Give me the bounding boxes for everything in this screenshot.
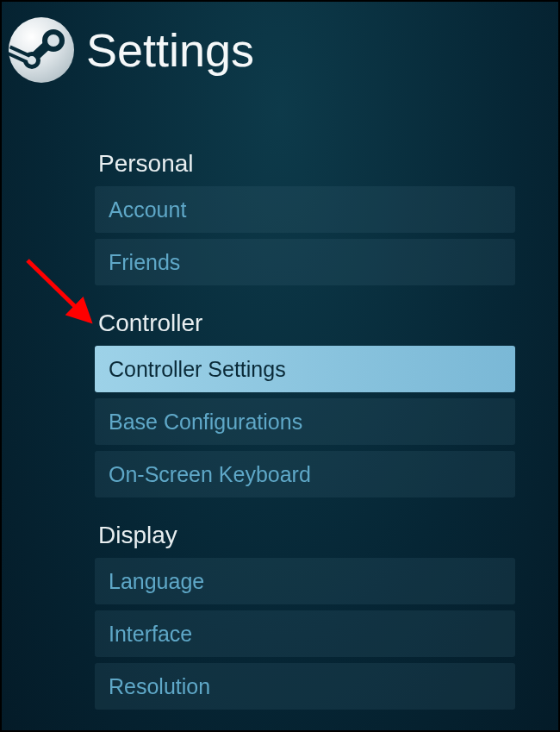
- svg-point-1: [47, 34, 59, 47]
- nav-item-base-configurations[interactable]: Base Configurations: [95, 398, 515, 445]
- nav-item-resolution[interactable]: Resolution: [95, 663, 515, 710]
- settings-content: Personal Account Friends Controller Cont…: [2, 98, 558, 710]
- nav-item-label: Account: [109, 197, 186, 222]
- nav-item-label: On-Screen Keyboard: [109, 462, 311, 487]
- nav-item-label: Resolution: [109, 674, 210, 699]
- nav-item-label: Base Configurations: [109, 410, 302, 435]
- section-heading-personal: Personal: [95, 150, 515, 178]
- nav-item-controller-settings[interactable]: Controller Settings: [95, 346, 515, 392]
- header: Settings: [2, 2, 558, 98]
- section-display: Display Language Interface Resolution: [95, 522, 515, 710]
- nav-item-label: Interface: [109, 622, 192, 647]
- section-personal: Personal Account Friends: [95, 150, 515, 285]
- nav-item-label: Controller Settings: [109, 357, 286, 382]
- nav-item-friends[interactable]: Friends: [95, 239, 515, 285]
- page-title: Settings: [86, 23, 254, 77]
- nav-item-language[interactable]: Language: [95, 558, 515, 604]
- section-controller: Controller Controller Settings Base Conf…: [95, 310, 515, 497]
- nav-item-label: Language: [109, 569, 204, 594]
- nav-item-account[interactable]: Account: [95, 186, 515, 233]
- section-heading-display: Display: [95, 522, 515, 549]
- section-heading-controller: Controller: [95, 310, 515, 337]
- nav-item-label: Friends: [109, 250, 180, 275]
- nav-item-on-screen-keyboard[interactable]: On-Screen Keyboard: [95, 451, 515, 497]
- nav-item-interface[interactable]: Interface: [95, 610, 515, 657]
- steam-logo-icon: [9, 17, 74, 83]
